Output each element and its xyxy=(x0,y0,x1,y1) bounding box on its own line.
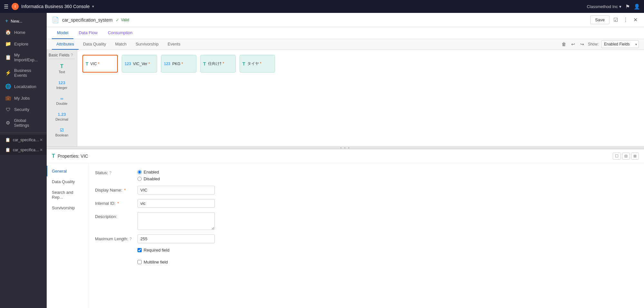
sidebar-item-security[interactable]: 🛡 Security xyxy=(0,104,47,115)
field-types-header: Basic Fields ? xyxy=(49,53,75,59)
field-card-vic[interactable]: T VIC * xyxy=(82,55,118,73)
properties-title-text: Properties: VIC xyxy=(58,154,88,159)
double-type-icon: ∞ xyxy=(60,96,63,101)
sidebar-sub-item-2[interactable]: 📋 car_specification... ✕ xyxy=(0,145,47,155)
multiline-field-checkbox-label[interactable]: Multiline field xyxy=(137,260,168,264)
field-card-shimuket[interactable]: T 仕向け† * xyxy=(200,55,236,73)
field-types-panel: Basic Fields ? T Text 123 Integer ∞ Doub… xyxy=(47,50,77,146)
topbar-brand: I Informatica Business 360 Console ▾ xyxy=(12,3,94,10)
sidebar-sub-item-1[interactable]: 📋 car_specificatio... ✕ xyxy=(0,135,47,145)
field-type-boolean[interactable]: ☑ Boolean xyxy=(49,126,75,139)
description-label: Description: xyxy=(95,212,134,219)
user-icon[interactable]: 👤 xyxy=(634,4,640,10)
sidebar-item-label: Security xyxy=(14,107,29,112)
required-field-row: Required field xyxy=(137,248,638,255)
subtab-match[interactable]: Match xyxy=(110,39,131,50)
sidebar-item-global-settings[interactable]: ⚙ Global Settings xyxy=(0,115,47,131)
hamburger-icon[interactable]: ☰ xyxy=(4,4,8,10)
sidebar-divider xyxy=(0,133,47,133)
properties-view-buttons: ☐ ⊟ ⊞ xyxy=(613,153,639,160)
brand-chevron[interactable]: ▾ xyxy=(92,4,94,9)
subtab-events[interactable]: Events xyxy=(163,39,185,50)
pkg-label: PKG * xyxy=(172,62,183,66)
status-help-icon[interactable]: ? xyxy=(109,171,111,175)
required-field-checkbox-label[interactable]: Required field xyxy=(137,248,169,253)
sub-item-2-close-icon[interactable]: ✕ xyxy=(40,148,43,152)
sidebar-item-home[interactable]: 🏠 Home xyxy=(0,26,47,38)
undo-icon[interactable]: ↩ xyxy=(570,41,576,47)
field-type-double[interactable]: ∞ Double xyxy=(49,94,75,107)
home-icon: 🏠 xyxy=(5,29,11,35)
status-radio-group: Enabled Disabled xyxy=(137,168,160,181)
sidebar: + New... 🏠 Home 📁 Explore 📋 My Import/Ex… xyxy=(0,13,47,308)
field-card-tyre[interactable]: T タイヤ * xyxy=(240,55,275,73)
subtab-left: Attributes Data Quality Match Survivorsh… xyxy=(52,39,185,49)
topbar-left: ☰ I Informatica Business 360 Console ▾ xyxy=(4,3,94,10)
tab-consumption[interactable]: Consumption xyxy=(103,27,138,39)
sub-item-1-close-icon[interactable]: ✕ xyxy=(40,138,43,142)
required-field-checkbox[interactable] xyxy=(137,248,142,252)
field-type-integer[interactable]: 123 Integer xyxy=(49,78,75,92)
more-options-icon[interactable]: ⋮ xyxy=(622,15,630,24)
field-card-pkg[interactable]: 123 PKG * xyxy=(161,55,196,73)
prop-nav-data-quality[interactable]: Data Quality xyxy=(47,176,88,187)
org-selector[interactable]: Classmethod Inc ▾ xyxy=(587,4,621,9)
boolean-type-icon: ☑ xyxy=(60,128,64,133)
status-disabled-radio[interactable]: Disabled xyxy=(137,176,160,181)
resize-handle[interactable]: • • • xyxy=(47,146,644,149)
tab-model[interactable]: Model xyxy=(52,27,73,39)
status-label: Status: ? xyxy=(95,168,134,175)
org-chevron: ▾ xyxy=(619,4,621,9)
status-disabled-input[interactable] xyxy=(137,177,142,181)
save-button[interactable]: Save xyxy=(590,15,610,24)
subtab-data-quality[interactable]: Data Quality xyxy=(79,39,111,50)
basic-fields-help-icon[interactable]: ? xyxy=(71,53,73,57)
sidebar-item-business-events[interactable]: ⚡ Business Events xyxy=(0,65,47,81)
status-enabled-input[interactable] xyxy=(137,170,142,174)
field-type-decimal[interactable]: 1.23 Decimal xyxy=(49,110,75,123)
fields-row: T VIC * 123 VIC_Ver * 123 PKG * xyxy=(82,55,639,73)
sidebar-item-label: My Import/Exp... xyxy=(14,53,42,62)
view-btn-1[interactable]: ☐ xyxy=(613,153,621,160)
subtab-survivorship[interactable]: Survivorship xyxy=(131,39,163,50)
close-button[interactable]: ✕ xyxy=(632,15,639,24)
content-header-left: 📄 car_specification_system ✓ Valid xyxy=(52,16,129,24)
prop-nav-search-rep[interactable]: Search and Rep... xyxy=(47,187,88,203)
multiline-field-label: Multiline field xyxy=(144,260,168,264)
max-length-form-row: Maximum Length: ? xyxy=(95,234,638,243)
redo-icon[interactable]: ↪ xyxy=(579,41,585,47)
view-btn-3[interactable]: ⊞ xyxy=(631,153,639,160)
max-length-input[interactable] xyxy=(137,234,215,243)
new-button[interactable]: + New... xyxy=(0,15,47,26)
sidebar-item-localization[interactable]: 🌐 Localization xyxy=(0,81,47,92)
display-name-input[interactable] xyxy=(137,186,215,194)
show-select-wrapper: Enabled Fields All Fields Disabled Field… xyxy=(601,40,639,48)
max-length-help-icon[interactable]: ? xyxy=(129,237,132,241)
multiline-field-checkbox[interactable] xyxy=(137,260,142,264)
field-type-text[interactable]: T Text xyxy=(49,62,75,76)
display-name-required: * xyxy=(124,188,126,193)
flag-icon[interactable]: ⚑ xyxy=(625,4,630,10)
sidebar-item-explore[interactable]: 📁 Explore xyxy=(0,38,47,50)
subtab-attributes[interactable]: Attributes xyxy=(52,39,79,50)
prop-nav-survivorship[interactable]: Survivorship xyxy=(47,203,88,213)
valid-text: Valid xyxy=(121,18,129,22)
trash-icon[interactable]: 🗑 xyxy=(560,41,567,47)
sidebar-item-my-jobs[interactable]: 💼 My Jobs xyxy=(0,92,47,104)
field-card-vic-ver[interactable]: 123 VIC_Ver * xyxy=(122,55,157,73)
content-title: car_specification_system xyxy=(62,17,112,23)
view-btn-2[interactable]: ⊟ xyxy=(622,153,630,160)
prop-nav-general[interactable]: General xyxy=(47,166,88,176)
internal-id-input[interactable] xyxy=(137,199,215,208)
required-field-label: Required field xyxy=(144,248,169,253)
show-select[interactable]: Enabled Fields All Fields Disabled Field… xyxy=(601,40,639,48)
description-textarea[interactable] xyxy=(137,212,215,230)
status-form-row: Status: ? Enabled Disabled xyxy=(95,168,638,181)
tyre-type-icon: T xyxy=(242,61,245,66)
tab-data-flow[interactable]: Data Flow xyxy=(73,27,103,39)
sub-item-2-icon: 📋 xyxy=(5,147,10,152)
check-action-icon[interactable]: ☑ xyxy=(612,15,619,24)
sidebar-item-import[interactable]: 📋 My Import/Exp... xyxy=(0,50,47,65)
status-enabled-radio[interactable]: Enabled xyxy=(137,170,160,174)
properties-panel: T Properties: VIC ☐ ⊟ ⊞ General Data Qua… xyxy=(47,149,644,308)
